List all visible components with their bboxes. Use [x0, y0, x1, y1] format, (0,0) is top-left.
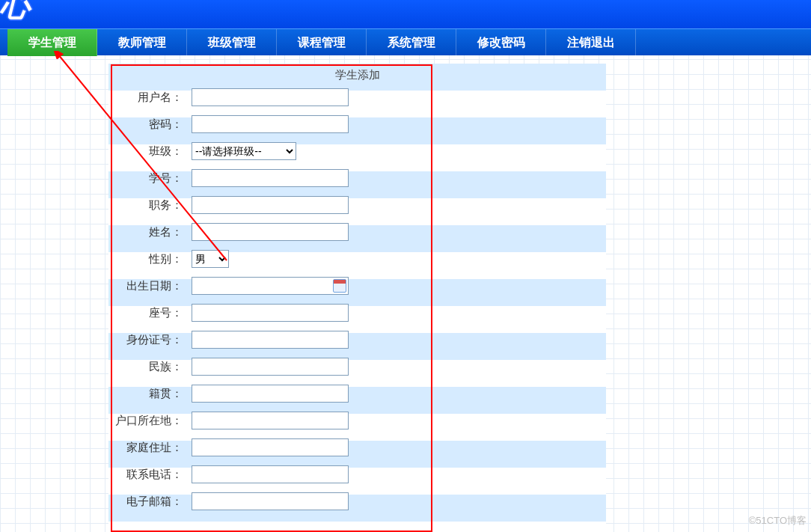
label-native: 籍贯：	[108, 387, 187, 401]
hukou-input[interactable]	[192, 412, 349, 429]
gender-select[interactable]: 男	[192, 250, 229, 268]
birth-input[interactable]	[192, 277, 349, 295]
label-addr: 家庭住址：	[108, 441, 187, 455]
ethnic-input[interactable]	[192, 358, 349, 376]
main-nav: 学生管理 教师管理 班级管理 课程管理 系统管理 修改密码 注销退出	[0, 28, 811, 55]
form-title: 学生添加	[108, 64, 606, 84]
duty-input[interactable]	[192, 196, 349, 214]
calendar-icon[interactable]	[333, 279, 346, 293]
native-input[interactable]	[192, 385, 349, 403]
label-ethnic: 民族：	[108, 360, 187, 374]
label-phone: 联系电话：	[108, 468, 187, 482]
addr-input[interactable]	[192, 438, 349, 456]
label-password: 密码：	[108, 117, 187, 132]
seat-input[interactable]	[192, 304, 349, 322]
label-idcard: 身份证号：	[108, 333, 187, 347]
nav-teacher[interactable]: 教师管理	[97, 29, 187, 56]
nav-system[interactable]: 系统管理	[367, 29, 456, 56]
label-birth: 出生日期：	[108, 279, 187, 293]
password-input[interactable]	[192, 115, 349, 133]
watermark: ©51CTO博客	[749, 514, 807, 528]
label-name: 姓名：	[108, 225, 187, 239]
label-duty: 职务：	[108, 198, 187, 213]
name-input[interactable]	[192, 223, 349, 241]
label-email: 电子邮箱：	[108, 495, 187, 509]
label-class: 班级：	[108, 144, 187, 159]
phone-input[interactable]	[192, 465, 349, 483]
nav-class[interactable]: 班级管理	[187, 29, 277, 56]
email-input[interactable]	[192, 492, 349, 510]
sid-input[interactable]	[192, 169, 349, 187]
nav-password[interactable]: 修改密码	[456, 29, 546, 56]
username-input[interactable]	[192, 88, 349, 106]
label-username: 用户名：	[108, 91, 187, 105]
label-sid: 学号：	[108, 171, 187, 186]
label-gender: 性别：	[108, 252, 187, 266]
student-add-form: 学生添加 用户名： 密码： 班级： --请选择班级-- 学号： 职务： 姓名： …	[108, 64, 606, 515]
nav-logout[interactable]: 注销退出	[546, 29, 636, 56]
nav-student[interactable]: 学生管理	[7, 29, 97, 56]
nav-course[interactable]: 课程管理	[277, 29, 367, 56]
label-hukou: 户口所在地：	[108, 414, 187, 428]
label-seat: 座号：	[108, 306, 187, 320]
idcard-input[interactable]	[192, 331, 349, 349]
class-select[interactable]: --请选择班级--	[192, 142, 296, 160]
